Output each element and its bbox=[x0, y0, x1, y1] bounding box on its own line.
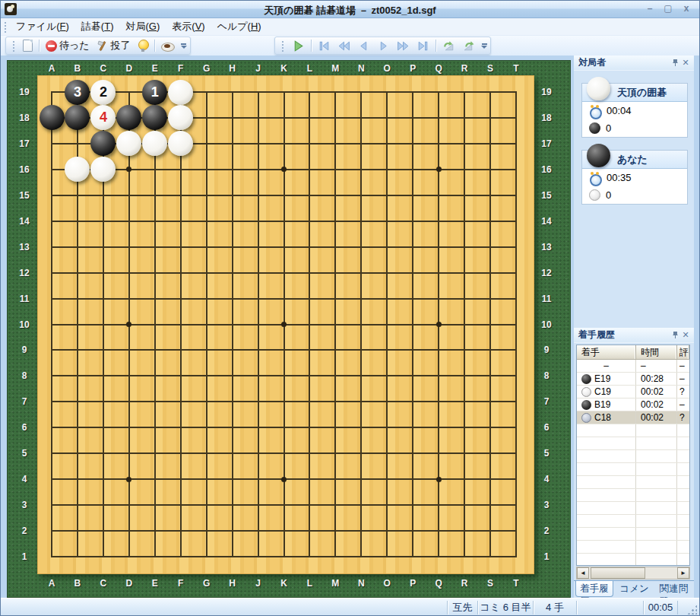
grid-line-h bbox=[51, 401, 517, 402]
players-panel-header: 対局者 ✕ bbox=[574, 56, 694, 71]
scroll-right-arrow[interactable]: ► bbox=[677, 567, 689, 579]
history-row-C19[interactable]: C1900:02? bbox=[577, 386, 689, 398]
history-row[interactable]: ––– bbox=[577, 360, 689, 373]
status-time: 00:05 bbox=[643, 601, 677, 614]
row-label-left: 3 bbox=[11, 500, 37, 510]
tab-コメント[interactable]: コメント bbox=[616, 581, 653, 597]
variation-back-button[interactable] bbox=[440, 39, 458, 53]
history-row-empty bbox=[577, 502, 689, 515]
history-row-E19[interactable]: E1900:28– bbox=[577, 373, 689, 386]
col-label-bottom: C bbox=[90, 578, 116, 589]
history-stone-icon bbox=[581, 374, 591, 384]
col-label-top: K bbox=[271, 63, 297, 74]
menu-grip[interactable] bbox=[3, 21, 7, 33]
row-label-left: 18 bbox=[11, 113, 37, 123]
capture-count: 0 bbox=[606, 189, 611, 201]
col-label-top: A bbox=[39, 63, 65, 74]
col-label-bottom: Q bbox=[426, 578, 451, 589]
column-header-move[interactable]: 着手 bbox=[577, 345, 636, 359]
toolbar-overflow-button-2[interactable] bbox=[481, 43, 487, 49]
col-label-bottom: P bbox=[400, 578, 426, 589]
pin-icon[interactable] bbox=[670, 58, 680, 68]
toolbar-overflow-button[interactable] bbox=[181, 43, 187, 49]
row-label-right: 12 bbox=[534, 268, 559, 278]
row-label-right: 8 bbox=[534, 370, 559, 381]
close-panel-icon-2[interactable]: ✕ bbox=[680, 330, 691, 341]
new-file-button[interactable] bbox=[21, 39, 35, 52]
variation-forward-button[interactable] bbox=[460, 39, 477, 53]
nav-last-button[interactable] bbox=[414, 39, 432, 53]
toolbar-grip-2[interactable] bbox=[280, 40, 284, 52]
play-button[interactable] bbox=[290, 39, 307, 53]
scroll-thumb[interactable] bbox=[591, 567, 645, 579]
stone-A18-black[interactable] bbox=[40, 105, 65, 130]
row-label-right: 1 bbox=[534, 551, 559, 562]
tab-関連問題[interactable]: 関連問題 bbox=[656, 581, 692, 597]
row-label-left: 14 bbox=[11, 216, 37, 227]
history-row-B19[interactable]: B1900:02– bbox=[577, 398, 689, 411]
tab-着手履歴[interactable]: 着手履歴 bbox=[575, 581, 613, 597]
row-label-left: 19 bbox=[11, 87, 37, 97]
star-point bbox=[281, 322, 287, 327]
maximize-button[interactable]: ▢ bbox=[661, 2, 675, 15]
players-panel-title: 対局者 bbox=[578, 56, 606, 69]
resize-grip[interactable] bbox=[687, 605, 697, 614]
nav-rewind-button[interactable] bbox=[335, 39, 353, 53]
col-label-bottom: R bbox=[451, 578, 477, 589]
col-label-bottom: G bbox=[194, 578, 220, 589]
history-eval: – bbox=[677, 373, 689, 385]
nav-next-button[interactable] bbox=[375, 39, 392, 53]
star-point bbox=[126, 477, 131, 482]
undo-move-icon bbox=[46, 40, 57, 52]
toolbar-grip[interactable] bbox=[11, 40, 15, 52]
stone-F19-white[interactable] bbox=[168, 80, 193, 105]
break-button[interactable] bbox=[159, 40, 177, 52]
close-button[interactable]: x bbox=[679, 2, 693, 15]
side-panel: 対局者 ✕ 天頂の囲碁00:040あなた00:350 着手履歴 ✕ 着 bbox=[574, 56, 694, 598]
undo-move-button[interactable]: 待った bbox=[43, 38, 92, 53]
menu-item-h[interactable]: ヘルプ(H) bbox=[211, 17, 268, 36]
history-time: 00:02 bbox=[636, 411, 677, 424]
menu-item-v[interactable]: 表示(V) bbox=[166, 17, 211, 36]
menu-item-f[interactable]: ファイル(F) bbox=[10, 17, 75, 36]
row-label-left: 7 bbox=[11, 396, 37, 407]
history-move: E19 bbox=[594, 373, 610, 384]
row-label-right: 4 bbox=[534, 474, 559, 484]
scroll-left-arrow[interactable]: ◄ bbox=[577, 567, 589, 579]
nav-prev-button[interactable] bbox=[355, 39, 372, 53]
col-label-bottom: H bbox=[220, 578, 245, 589]
minimize-button[interactable]: – bbox=[643, 2, 657, 15]
nav-first-button[interactable] bbox=[315, 39, 333, 53]
stone-C19-white[interactable]: 2 bbox=[90, 80, 116, 105]
history-time: 00:02 bbox=[636, 398, 677, 411]
go-board[interactable]: AABBCCDDEEFFGGHHJJKKLLMMNNOOPPQQRRSSTT19… bbox=[7, 60, 571, 598]
menu-item-g[interactable]: 対局(G) bbox=[120, 17, 166, 36]
resign-button[interactable]: 投了 bbox=[94, 38, 133, 53]
status-handicap: 互先 bbox=[447, 601, 477, 614]
history-row-C18[interactable]: C1800:02? bbox=[577, 411, 689, 424]
player-card-white: 天頂の囲碁00:040 bbox=[581, 83, 688, 138]
nav-forward-button[interactable] bbox=[394, 39, 412, 53]
history-header-row: 着手 時間 評価 bbox=[577, 345, 689, 360]
column-header-eval[interactable]: 評価 bbox=[677, 345, 689, 359]
menu-item-t[interactable]: 詰碁(T) bbox=[75, 17, 120, 36]
column-header-time[interactable]: 時間 bbox=[636, 345, 677, 359]
move-number-label: 2 bbox=[100, 84, 107, 100]
history-hscrollbar[interactable]: ◄ ► bbox=[576, 567, 690, 579]
row-label-left: 9 bbox=[11, 345, 37, 355]
stone-E19-black[interactable]: 1 bbox=[142, 80, 167, 105]
history-eval: ? bbox=[677, 386, 689, 398]
nav-forward-icon bbox=[397, 40, 410, 52]
scroll-track[interactable] bbox=[589, 567, 677, 579]
pin-icon-2[interactable] bbox=[670, 330, 680, 341]
toolbar-group-navigation bbox=[274, 37, 491, 55]
grid-line-h bbox=[51, 504, 517, 506]
close-panel-icon[interactable]: ✕ bbox=[680, 58, 691, 68]
stone-B19-black[interactable]: 3 bbox=[65, 80, 90, 105]
row-label-right: 6 bbox=[534, 422, 559, 433]
history-stone-icon bbox=[581, 400, 591, 410]
grid-line-h bbox=[51, 530, 517, 532]
nav-first-icon bbox=[318, 40, 331, 52]
hint-button[interactable] bbox=[135, 39, 150, 52]
players-panel: 対局者 ✕ 天頂の囲碁00:040あなた00:350 bbox=[574, 56, 694, 328]
